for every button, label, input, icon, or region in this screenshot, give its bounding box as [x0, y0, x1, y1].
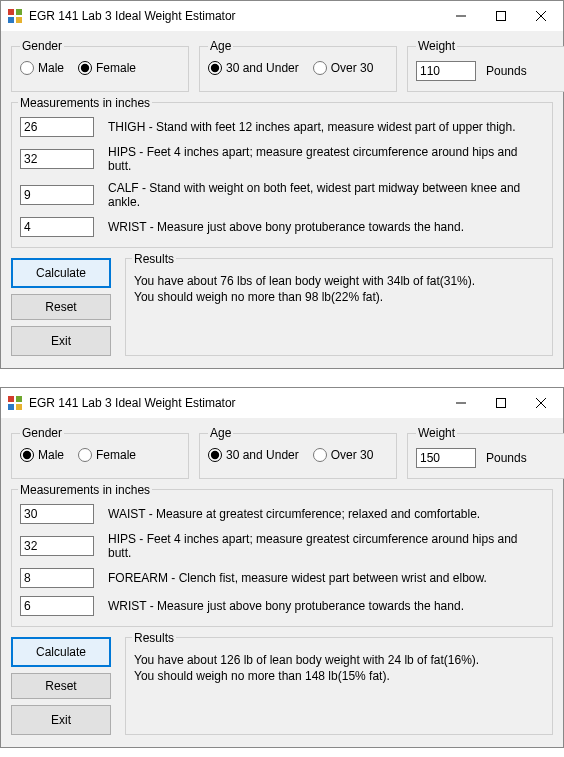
reset-button[interactable]: Reset [11, 673, 111, 699]
age-legend: Age [208, 39, 233, 53]
maximize-button[interactable] [481, 2, 521, 30]
minimize-button[interactable] [441, 389, 481, 417]
waist-input[interactable] [20, 504, 94, 524]
window-2: EGR 141 Lab 3 Ideal Weight Estimator Gen… [0, 387, 564, 748]
measurement-row: WAIST - Measure at greatest circumferenc… [20, 504, 544, 524]
results-group: Results You have about 76 lbs of lean bo… [125, 258, 553, 356]
titlebar: EGR 141 Lab 3 Ideal Weight Estimator [1, 1, 563, 31]
titlebar: EGR 141 Lab 3 Ideal Weight Estimator [1, 388, 563, 418]
weight-group: Weight Pounds [407, 39, 564, 92]
wrist-desc: WRIST - Measure just above bony protuber… [108, 220, 464, 234]
minimize-button[interactable] [441, 2, 481, 30]
gender-male-label: Male [38, 448, 64, 462]
hips-desc: HIPS - Feet 4 inches apart; measure grea… [108, 145, 544, 173]
age-group: Age 30 and Under Over 30 [199, 426, 397, 479]
app-icon [7, 8, 23, 24]
results-legend: Results [132, 252, 176, 266]
results-legend: Results [132, 631, 176, 645]
svg-rect-3 [16, 17, 22, 23]
svg-rect-2 [8, 17, 14, 23]
exit-button[interactable]: Exit [11, 705, 111, 735]
measurement-row: HIPS - Feet 4 inches apart; measure grea… [20, 532, 544, 560]
hips-input[interactable] [20, 149, 94, 169]
svg-rect-9 [16, 396, 22, 402]
waist-desc: WAIST - Measure at greatest circumferenc… [108, 507, 480, 521]
age-under-label: 30 and Under [226, 448, 299, 462]
age-over-option[interactable]: Over 30 [313, 61, 374, 75]
measurement-row: THIGH - Stand with feet 12 inches apart,… [20, 117, 544, 137]
results-line-1: You have about 126 lb of lean body weigh… [134, 652, 544, 668]
measurement-row: CALF - Stand with weight on both feet, w… [20, 181, 544, 209]
age-legend: Age [208, 426, 233, 440]
age-over-radio[interactable] [313, 448, 327, 462]
app-icon [7, 395, 23, 411]
age-under-radio[interactable] [208, 448, 222, 462]
svg-rect-13 [497, 399, 506, 408]
results-line-2: You should weigh no more than 98 lb(22% … [134, 289, 544, 305]
weight-legend: Weight [416, 39, 457, 53]
calf-input[interactable] [20, 185, 94, 205]
svg-rect-1 [16, 9, 22, 15]
gender-male-option[interactable]: Male [20, 61, 64, 75]
age-under-label: 30 and Under [226, 61, 299, 75]
weight-group: Weight Pounds [407, 426, 564, 479]
reset-button[interactable]: Reset [11, 294, 111, 320]
gender-female-label: Female [96, 448, 136, 462]
measurement-row: WRIST - Measure just above bony protuber… [20, 596, 544, 616]
calculate-button[interactable]: Calculate [11, 258, 111, 288]
window-1: EGR 141 Lab 3 Ideal Weight Estimator Gen… [0, 0, 564, 369]
exit-button[interactable]: Exit [11, 326, 111, 356]
wrist-desc: WRIST - Measure just above bony protuber… [108, 599, 464, 613]
weight-units: Pounds [486, 64, 527, 78]
measurements-group: Measurements in inches WAIST - Measure a… [11, 489, 553, 627]
gender-female-option[interactable]: Female [78, 61, 136, 75]
gender-male-radio[interactable] [20, 448, 34, 462]
forearm-desc: FOREARM - Clench fist, measure widest pa… [108, 571, 487, 585]
close-button[interactable] [521, 2, 561, 30]
window-title: EGR 141 Lab 3 Ideal Weight Estimator [29, 9, 441, 23]
age-under-option[interactable]: 30 and Under [208, 448, 299, 462]
gender-female-radio[interactable] [78, 61, 92, 75]
measurement-row: HIPS - Feet 4 inches apart; measure grea… [20, 145, 544, 173]
svg-rect-10 [8, 404, 14, 410]
weight-input[interactable] [416, 61, 476, 81]
age-over-label: Over 30 [331, 448, 374, 462]
gender-male-label: Male [38, 61, 64, 75]
maximize-button[interactable] [481, 389, 521, 417]
measurements-group: Measurements in inches THIGH - Stand wit… [11, 102, 553, 248]
svg-rect-5 [497, 12, 506, 21]
gender-male-option[interactable]: Male [20, 448, 64, 462]
hips-input[interactable] [20, 536, 94, 556]
calf-desc: CALF - Stand with weight on both feet, w… [108, 181, 544, 209]
gender-male-radio[interactable] [20, 61, 34, 75]
svg-rect-8 [8, 396, 14, 402]
age-over-option[interactable]: Over 30 [313, 448, 374, 462]
wrist-input[interactable] [20, 217, 94, 237]
gender-legend: Gender [20, 426, 64, 440]
gender-female-radio[interactable] [78, 448, 92, 462]
weight-units: Pounds [486, 451, 527, 465]
measurement-row: WRIST - Measure just above bony protuber… [20, 217, 544, 237]
age-under-radio[interactable] [208, 61, 222, 75]
gender-female-option[interactable]: Female [78, 448, 136, 462]
age-under-option[interactable]: 30 and Under [208, 61, 299, 75]
close-button[interactable] [521, 389, 561, 417]
wrist-input[interactable] [20, 596, 94, 616]
svg-rect-11 [16, 404, 22, 410]
age-over-radio[interactable] [313, 61, 327, 75]
hips-desc: HIPS - Feet 4 inches apart; measure grea… [108, 532, 544, 560]
results-group: Results You have about 126 lb of lean bo… [125, 637, 553, 735]
window-title: EGR 141 Lab 3 Ideal Weight Estimator [29, 396, 441, 410]
weight-input[interactable] [416, 448, 476, 468]
forearm-input[interactable] [20, 568, 94, 588]
measurements-legend: Measurements in inches [18, 483, 152, 497]
calculate-button[interactable]: Calculate [11, 637, 111, 667]
thigh-desc: THIGH - Stand with feet 12 inches apart,… [108, 120, 516, 134]
weight-legend: Weight [416, 426, 457, 440]
thigh-input[interactable] [20, 117, 94, 137]
results-line-2: You should weigh no more than 148 lb(15%… [134, 668, 544, 684]
age-group: Age 30 and Under Over 30 [199, 39, 397, 92]
measurements-legend: Measurements in inches [18, 96, 152, 110]
results-line-1: You have about 76 lbs of lean body weigh… [134, 273, 544, 289]
gender-group: Gender Male Female [11, 426, 189, 479]
